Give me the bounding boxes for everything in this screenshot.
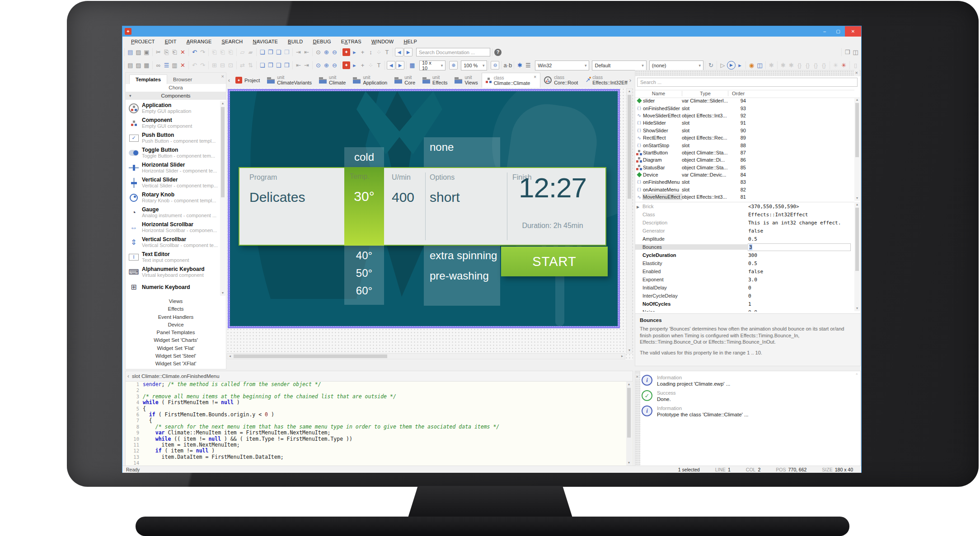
property-row-description[interactable]: DescriptionThis is an int32 change effec…: [635, 219, 854, 227]
menu-extras[interactable]: EXTRAS: [336, 39, 366, 44]
styles-select[interactable]: (none)▾: [649, 61, 703, 70]
paste-above-icon[interactable]: ⎗: [211, 48, 218, 56]
open-unit-icon[interactable]: ▨: [135, 61, 142, 69]
inspector-drag-handle[interactable]: ×: [635, 70, 860, 76]
panel-tab-browser[interactable]: Browser: [167, 75, 198, 84]
start-button[interactable]: START: [501, 247, 608, 276]
text-tool-icon[interactable]: T: [383, 48, 391, 56]
template-section-device[interactable]: Device: [126, 321, 226, 329]
frame-view-icon[interactable]: ▦: [143, 61, 150, 69]
template-item-alphanumeric-keyboard[interactable]: ⌨Alphanumeric KeyboardVirtual keyboard c…: [126, 265, 220, 280]
tab-effects[interactable]: unitEffects: [419, 73, 451, 88]
column-header-name[interactable]: Name: [635, 91, 682, 96]
scroll-right-icon[interactable]: ▸: [619, 354, 625, 359]
scrollbar-thumb[interactable]: [855, 103, 859, 157]
scroll-down-icon[interactable]: ▾: [627, 348, 632, 353]
handles-tool-icon[interactable]: ⁘: [375, 48, 383, 56]
delete-icon[interactable]: ✕: [179, 48, 187, 56]
template-item-text-editor[interactable]: IText EditorText input component: [126, 250, 220, 265]
members-scrollbar[interactable]: ▴ ▾: [854, 97, 860, 201]
member-row-movemenueffect[interactable]: ∿MoveMenuEffectobject Effects::Int3...81: [635, 193, 854, 200]
menu-help[interactable]: HELP: [399, 39, 422, 44]
member-grid-icon[interactable]: ▥: [171, 61, 178, 69]
member-row-slider[interactable]: slidervar Climate::SliderI...94: [635, 97, 854, 104]
property-row-noofcycles[interactable]: NoOfCycles1: [635, 300, 854, 308]
zoom-in-icon[interactable]: ⊕: [323, 48, 330, 56]
page-prev-icon[interactable]: ◀: [387, 61, 395, 70]
scroll-up-icon[interactable]: ▴: [220, 101, 225, 106]
remove-column-icon[interactable]: ⇤: [303, 48, 310, 56]
tab-application[interactable]: unitApplication: [349, 73, 391, 88]
send-to-back-icon[interactable]: ❒: [283, 48, 291, 56]
menu-project[interactable]: PROJECT: [126, 39, 160, 44]
bring-forward-icon[interactable]: ❐: [267, 48, 274, 56]
find-icon[interactable]: ⊙: [314, 48, 322, 56]
property-row-brick[interactable]: ▶Brick<370,550,550,590>: [635, 202, 854, 210]
save-project-icon[interactable]: ▣: [143, 48, 150, 56]
target-view-icon[interactable]: ◫: [756, 61, 764, 69]
open-project-icon[interactable]: ▨: [135, 48, 142, 56]
temp-slider-selected[interactable]: Temp. 30°: [344, 167, 384, 246]
template-list-scrollbar[interactable]: ▴ ▾: [220, 101, 225, 296]
braces-step-in-icon[interactable]: {}: [804, 61, 811, 69]
scroll-down-icon[interactable]: ▾: [220, 290, 225, 296]
tab-climate[interactable]: unitClimate: [315, 73, 349, 88]
documentation-search-input[interactable]: [416, 48, 490, 56]
property-row-amplitude[interactable]: Amplitude0.5: [635, 235, 854, 243]
scroll-left-icon[interactable]: ◂: [227, 354, 233, 359]
measure-tool-icon[interactable]: +: [359, 61, 366, 69]
member-row-moveslidereffect[interactable]: ∿MoveSliderEffectobject Effects::Int3...…: [635, 112, 854, 119]
tab-project[interactable]: ✦Project: [232, 73, 263, 88]
menu-window[interactable]: WINDOW: [366, 39, 399, 44]
new-document-icon[interactable]: ▤: [127, 48, 134, 56]
order-lower-icon[interactable]: ❑: [275, 61, 282, 69]
paste-inside-icon[interactable]: ⎗: [219, 48, 226, 56]
property-row-intercycledelay[interactable]: InterCycleDelay0: [635, 292, 854, 300]
temp-menu-item-60[interactable]: 60°: [344, 282, 384, 299]
scroll-up-icon[interactable]: ▴: [626, 382, 632, 387]
template-section-widget-set-flat[interactable]: Widget Set 'Flat': [126, 345, 226, 352]
quick-run-icon[interactable]: ▸: [736, 61, 744, 69]
menu-debug[interactable]: DEBUG: [308, 39, 336, 44]
suspend-hand-icon[interactable]: ✳: [832, 61, 839, 69]
member-row-device[interactable]: Devicevar Climate::Devic...84: [635, 171, 854, 178]
templates-panel-close-icon[interactable]: ×: [221, 74, 224, 79]
code-editor-header[interactable]: ‹ slot Climate::Climate.onFinishedMenu: [126, 371, 633, 382]
scrollbar-thumb[interactable]: [855, 208, 859, 271]
menu-search[interactable]: SEARCH: [216, 39, 248, 44]
profile-list-icon[interactable]: ☰: [524, 61, 532, 69]
scroll-up-icon[interactable]: ▴: [627, 89, 632, 94]
inspector-search-input[interactable]: [637, 78, 858, 87]
nav-forward-icon[interactable]: ▶: [404, 48, 413, 56]
profile-select[interactable]: Win32▾: [535, 61, 589, 70]
order-front-icon[interactable]: ❏: [258, 61, 266, 69]
column-header-type[interactable]: Type: [682, 91, 728, 96]
minimize-button[interactable]: –: [818, 26, 831, 37]
scrollbar-thumb[interactable]: [627, 388, 631, 438]
undo-icon[interactable]: ↶: [191, 48, 198, 56]
menu-navigate[interactable]: NAVIGATE: [248, 39, 283, 44]
template-section-views[interactable]: Views: [126, 298, 226, 305]
size-fit-icon[interactable]: ⊞: [211, 61, 218, 69]
add-unit-icon[interactable]: ▤: [127, 61, 134, 69]
canvas-workspace[interactable]: cold none Program Delicates U/min 400 Op…: [226, 88, 633, 360]
temp-menu-item-cold[interactable]: cold: [344, 147, 384, 167]
window-cascade-icon[interactable]: ❒: [844, 48, 851, 56]
log-close-icon[interactable]: ×: [636, 374, 638, 379]
indent-icon[interactable]: ⇥: [303, 61, 310, 69]
paste-icon[interactable]: ⎗: [171, 48, 178, 56]
tab-core-root[interactable]: classCore::Root: [540, 73, 581, 88]
template-item-component[interactable]: ComponentEmpty GUI component: [126, 116, 220, 131]
scroll-down-icon[interactable]: ▾: [626, 460, 632, 466]
tab-climate-climate[interactable]: classClimate::Climate×: [482, 73, 541, 88]
scroll-down-icon[interactable]: ▾: [854, 306, 860, 311]
member-row-statusbar[interactable]: StatusBarobject Climate::Sta...85: [635, 164, 854, 171]
pin-tool-icon[interactable]: ↕: [367, 48, 375, 56]
paste-below-icon[interactable]: ⎗: [227, 48, 234, 56]
grid-size-select[interactable]: 10 x 10▾: [419, 61, 445, 70]
inspector-close-icon[interactable]: ×: [854, 70, 859, 75]
components-section-header[interactable]: ▾ Components: [126, 92, 226, 100]
grid-dots-icon[interactable]: ⁘: [367, 61, 375, 69]
property-value-input[interactable]: 3: [748, 244, 850, 251]
template-section-effects[interactable]: Effects: [126, 305, 226, 313]
